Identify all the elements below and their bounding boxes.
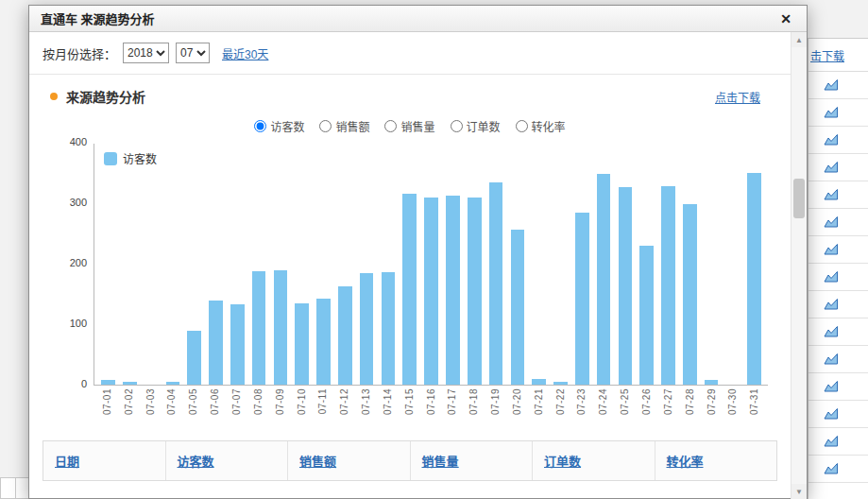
x-axis-tick: 07-25: [614, 388, 636, 431]
x-axis-tick: 07-23: [571, 388, 593, 431]
metric-option-3[interactable]: 订单数: [451, 118, 501, 134]
background-table-row[interactable]: [808, 456, 868, 483]
y-axis-label: 300: [49, 198, 87, 208]
x-axis-tick: 07-01: [96, 388, 118, 431]
metric-option-2[interactable]: 销售量: [384, 118, 434, 134]
bar-slot: [291, 144, 313, 385]
background-table-row[interactable]: [808, 291, 868, 318]
bar-07-09: [274, 270, 288, 385]
background-table-row[interactable]: [808, 373, 868, 401]
col-header-sales-volume[interactable]: 销售量: [411, 441, 534, 480]
metric-radio-1[interactable]: [319, 120, 332, 132]
scrollbar-thumb[interactable]: [793, 179, 805, 218]
col-header-sales-amount[interactable]: 销售额: [288, 441, 411, 480]
background-table-row[interactable]: [808, 209, 868, 236]
x-axis-label: 07-03: [145, 388, 156, 415]
x-axis-tick: 07-03: [140, 388, 162, 431]
bar-slot: [615, 144, 637, 385]
x-axis-tick: 07-17: [442, 388, 464, 431]
chart-icon: [824, 188, 839, 201]
recent-30-days-link[interactable]: 最近30天: [222, 45, 268, 61]
x-axis-label: 07-11: [317, 388, 328, 414]
x-axis-label: 07-01: [102, 388, 112, 415]
scroll-down-icon[interactable]: ▼: [791, 484, 807, 499]
metric-radio-2[interactable]: [384, 120, 397, 132]
col-header-visitors[interactable]: 访客数: [166, 441, 289, 480]
chart-icon: [824, 133, 839, 146]
x-axis-label: 07-24: [598, 388, 608, 415]
y-axis-label: 200: [49, 258, 87, 268]
orange-bullet-icon: [50, 93, 58, 100]
x-axis-label: 07-12: [339, 388, 349, 415]
bar-07-16: [424, 198, 438, 385]
modal-body: 按月份选择： 2018 07 最近30天 来源趋势分析 点击下载 访客数销售额销…: [29, 32, 807, 499]
background-table-row[interactable]: [808, 72, 868, 99]
bar-slot: [636, 144, 657, 385]
year-select[interactable]: 2018: [123, 43, 169, 63]
background-bottom-cells: [0, 477, 32, 499]
bar-07-22: [553, 382, 568, 385]
y-axis-label: 100: [49, 318, 87, 329]
x-axis-tick: 07-21: [528, 388, 550, 431]
metric-radio-4[interactable]: [516, 120, 528, 132]
x-axis-tick: 07-29: [701, 388, 723, 431]
x-axis-tick: 07-15: [399, 388, 420, 431]
bar-slot: [485, 144, 507, 385]
x-axis-tick: 07-28: [679, 388, 701, 431]
bar-07-10: [295, 303, 309, 385]
x-axis-tick: 07-02: [118, 388, 140, 431]
background-table-row[interactable]: [808, 154, 868, 181]
chart-icon: [824, 435, 839, 448]
bar-07-23: [575, 213, 589, 385]
x-axis-label: 07-25: [620, 388, 630, 415]
background-table-row[interactable]: [808, 99, 868, 127]
background-download-link[interactable]: 击下载: [808, 39, 868, 72]
section-title: 来源趋势分析: [66, 87, 145, 106]
x-axis-tick: 07-31: [743, 388, 765, 431]
background-table-row[interactable]: [808, 401, 868, 428]
background-table-row[interactable]: [808, 264, 868, 291]
x-axis-tick: 07-09: [269, 388, 291, 431]
background-table-row[interactable]: [808, 236, 868, 264]
bar-07-18: [468, 198, 482, 385]
background-table-row[interactable]: [808, 181, 868, 209]
x-axis: 07-0107-0207-0307-0407-0507-0607-0707-08…: [94, 386, 768, 431]
chart-icon: [824, 407, 839, 421]
metric-option-4[interactable]: 转化率: [516, 118, 566, 134]
metric-radio-group: 访客数销售额销售量订单数转化率: [29, 110, 791, 138]
modal-dialog: 直通车 来源趋势分析 ✕ 按月份选择： 2018 07 最近30天 来源趋势分析…: [28, 5, 808, 499]
metric-option-0[interactable]: 访客数: [254, 118, 304, 134]
background-table-row[interactable]: [808, 318, 868, 346]
background-table-row[interactable]: [808, 346, 868, 373]
chart-icon: [824, 215, 839, 229]
x-axis-label: 07-23: [576, 388, 587, 415]
month-select[interactable]: 07: [176, 43, 210, 63]
bar-07-08: [252, 271, 266, 385]
scroll-up-icon[interactable]: ▲: [791, 32, 807, 47]
col-header-conversion[interactable]: 转化率: [655, 441, 777, 480]
close-icon[interactable]: ✕: [776, 10, 795, 27]
metric-option-1[interactable]: 销售额: [319, 118, 369, 134]
background-table-row[interactable]: [808, 428, 868, 456]
col-header-orders[interactable]: 订单数: [533, 441, 655, 480]
bar-slot: [97, 144, 119, 385]
background-table-column: 击下载: [808, 38, 868, 499]
modal-scrollbar[interactable]: ▲ ▼: [791, 32, 807, 499]
x-axis-label: 07-14: [383, 388, 393, 415]
metric-radio-0[interactable]: [254, 120, 266, 132]
metric-radio-3[interactable]: [451, 120, 463, 132]
bar-slot: [356, 144, 378, 385]
section-header: 来源趋势分析 点击下载: [29, 75, 791, 110]
x-axis-tick: 07-11: [312, 388, 333, 431]
bar-slot: [442, 144, 464, 385]
y-axis-label: 400: [49, 137, 87, 147]
x-axis-tick: 07-08: [247, 388, 269, 431]
x-axis-tick: 07-16: [420, 388, 442, 431]
download-link[interactable]: 点击下载: [715, 89, 760, 105]
background-table-row[interactable]: [808, 127, 868, 154]
x-axis-label: 07-29: [706, 388, 717, 415]
x-axis-label: 07-15: [404, 388, 415, 415]
bar-slot: [248, 144, 270, 385]
col-header-date[interactable]: 日期: [43, 441, 166, 480]
bar-slot: [701, 144, 723, 385]
